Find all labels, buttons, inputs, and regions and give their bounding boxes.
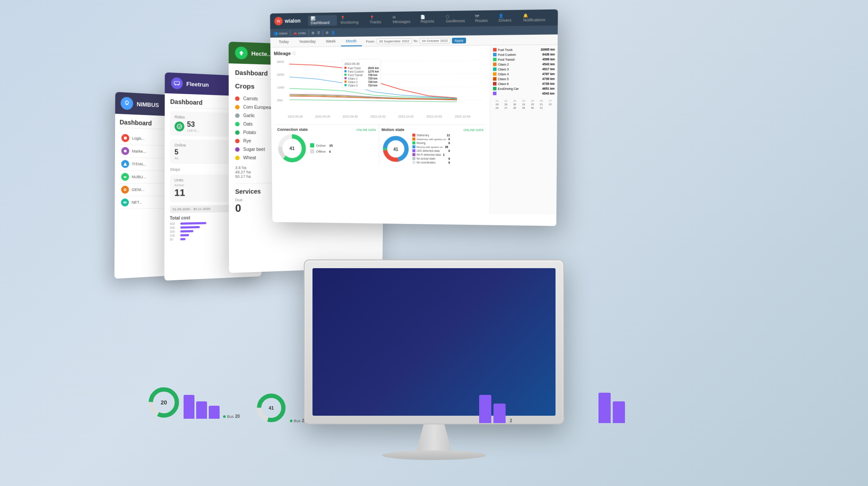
to-label: To: [413,39,418,43]
motion-wifi-count: 1 [443,153,445,156]
from-label: From: [366,39,375,43]
right-legend-ford-transit: Ford Transit 4599 km [493,57,555,61]
fleetrun-logo-icon [171,77,183,89]
motion-donut-container: 41 [381,135,410,163]
calendar-row-3: 26 27 28 29 30 31 [493,106,555,109]
tab-month[interactable]: Month [341,36,362,46]
mileage-title: Mileage [274,51,291,56]
right-legend-label-citaro6: Citaro 6 [498,82,509,85]
mileage-header: Mileage ⓘ [274,49,487,56]
svg-text:41: 41 [269,405,274,410]
cal-d7: 22 [546,103,555,105]
rides-count: 53 [187,121,200,129]
right-legend-color-fuel [493,48,496,52]
nav-messages[interactable]: ✉ Messages [390,14,417,25]
right-legend-value-citaro4: 4787 km [542,72,555,75]
bottom-label-1: Bus 20 [223,414,240,419]
motion-no-actual-color [412,157,415,160]
fleetrun-title: Fleetrun [186,80,209,88]
motion-body: 41 Stationary 11 [381,134,483,164]
tab-week[interactable]: Week [321,37,341,46]
nav-geofences[interactable]: ⬡ Geofences [443,13,472,24]
apply-button[interactable]: Apply [452,37,466,43]
motion-legend: Stationary 11 Stationary with ignition o… [412,134,450,164]
right-legend-value-ford-transit: 4599 km [542,57,555,60]
motion-stat-ignition-count: 0 [448,138,450,141]
crop-dot-oats [235,122,240,126]
crop-dot-potato [235,130,240,135]
svg-point-11 [177,124,181,129]
cost-bar-4 [180,234,189,236]
offline-legend-color [310,149,314,154]
monitor-bezel [304,259,564,424]
motion-stat-ignition-color [412,138,415,141]
crop-label-oats: Oats [243,122,253,127]
tab-yesterday[interactable]: Yesterday [294,37,321,47]
motion-moving-ignition: Moving with ignition on 29 [412,145,450,148]
nav-notifications[interactable]: 🔔 Notifications [520,12,553,23]
monitor [304,259,564,460]
nav-tracks[interactable]: 📍 Tracks [367,14,389,25]
cost-bar-1 [181,222,207,225]
motion-no-coords-color [412,161,415,164]
svg-rect-37 [345,84,347,86]
toolbar-users[interactable]: 👥 Users [273,31,287,35]
right-legend-color-citaro2 [493,62,496,66]
motion-no-actual: No actual state 0 [412,157,450,160]
right-legend-color-eco [493,87,496,90]
bottom-label-3: 2 [510,418,512,423]
svg-point-0 [125,101,128,104]
right-legend-color-ford-transit [493,58,496,61]
mileage-chart-svg: 3800 2850 1900 950 [274,56,487,122]
svg-text:2022-09-28: 2022-09-28 [288,115,303,118]
right-legend-color-citaro5 [493,77,496,81]
nav-drivers[interactable]: 👤 Drivers [496,13,520,23]
connection-donut-svg: 41 [277,133,307,163]
nav-monitoring[interactable]: 📍 Monitoring [338,15,366,26]
monitor-screen [312,268,556,416]
screen-bg [312,268,556,416]
sidebar-dot-geni [121,186,129,194]
svg-point-5 [124,189,126,190]
offline-legend-label: Offline [316,149,326,153]
conn-state-body: 41 Online 35 [277,133,376,164]
toolbar-units[interactable]: 🚗 Units [293,31,306,35]
crop-label-potato: Potato [243,130,256,135]
svg-text:41: 41 [393,147,398,151]
sidebar-label-titan: TITAN... [132,162,146,167]
toolbar-divider-3 [322,30,323,35]
cal-d12: 30 [528,107,536,109]
cal-d5: 20 [528,103,536,105]
wialon-right-legend: Fuel Truck 20665 km Ford Custom 6426 km … [490,45,558,215]
wialon-logo: W wialon [274,16,301,26]
nav-dashboard[interactable]: 📊 Dashboard [308,15,337,26]
motion-stationary-color [412,134,415,137]
svg-text:Citaro 1: Citaro 1 [348,77,358,80]
toolbar-settings[interactable]: ⚙ [326,31,329,35]
bus-count-1: 20 [235,414,240,419]
svg-point-2 [124,150,127,152]
cal-h2: 22 [502,99,510,102]
nav-routes[interactable]: 🗺 Routes [473,13,495,24]
cost-bar-5 [180,238,185,240]
cal-h5: 25 [528,99,536,102]
toolbar-user-icon[interactable]: 👤 [331,31,335,35]
toolbar-table[interactable]: ⊞ [311,31,314,35]
bottom-bars-1 [184,395,220,419]
tab-today[interactable]: Today [274,37,294,47]
svg-rect-34 [345,81,347,83]
sidebar-label-marke: Marke... [132,149,146,154]
toolbar-list[interactable]: ☰ [317,31,320,35]
svg-rect-22 [344,67,346,69]
motion-moving-count: 0 [448,141,450,144]
bar-1-2 [196,401,207,419]
right-legend-list: Fuel Truck 20665 km Ford Custom 6426 km … [493,47,555,95]
svg-text:Citaro 2: Citaro 2 [348,80,358,83]
sidebar-dot-titan [121,160,129,168]
cal-d13: 31 [537,107,546,109]
nav-reports[interactable]: 📄 Reports [418,13,442,24]
rides-icon [174,121,184,131]
motion-stationary: Stationary 11 [412,134,450,137]
svg-text:41: 41 [289,146,295,151]
right-legend-ecodriving: EcoDriving Car 4651 km [493,87,555,91]
